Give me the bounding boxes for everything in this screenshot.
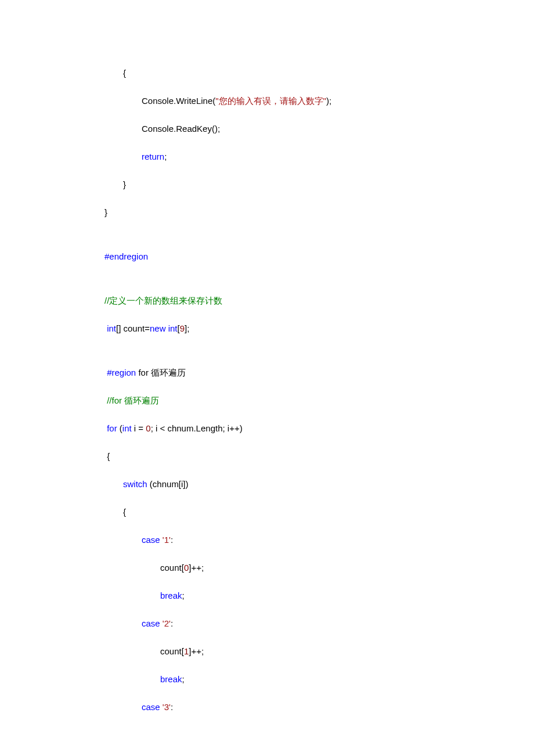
code-text: ); — [326, 96, 331, 106]
brace-close: } — [104, 207, 107, 217]
code-text: : — [171, 535, 173, 545]
code-line: { — [104, 450, 499, 462]
string-literal: '3' — [163, 702, 171, 712]
code-line: break; — [104, 589, 499, 602]
code-text: i = — [132, 423, 146, 433]
code-line: case '2': — [104, 617, 499, 629]
string-literal: '1' — [163, 535, 171, 545]
code-line: { — [104, 506, 499, 518]
keyword: case — [142, 618, 160, 628]
number-literal: 0 — [146, 423, 150, 433]
code-text: Console.ReadKey(); — [142, 124, 220, 134]
code-line: //for 循环遍历 — [104, 394, 499, 406]
code-text: for — [136, 368, 151, 377]
code-text: (chnum[i]) — [147, 479, 189, 489]
code-line: Console.ReadKey(); — [104, 123, 499, 135]
code-line: Console.WriteLine("您的输入有误，请输入数字"); — [104, 95, 499, 107]
keyword: int — [104, 323, 116, 333]
code-line: case '1': — [104, 534, 499, 546]
number-literal: 0 — [184, 563, 189, 573]
keyword: break — [160, 674, 182, 684]
string-literal: 您的输入有误，请输入数字 — [219, 96, 323, 106]
code-line: for (int i = 0; i < chnum.Length; i++) — [104, 422, 499, 434]
code-text: ; — [182, 674, 185, 684]
keyword: return — [142, 152, 164, 161]
keyword: switch — [123, 479, 147, 489]
code-line: int[] count=new int[9]; — [104, 322, 499, 334]
code-text: ; — [164, 152, 167, 161]
string-literal: '2' — [163, 618, 171, 628]
code-text: 循环遍历 — [151, 368, 186, 377]
comment: 循环遍历 — [124, 395, 159, 405]
code-line: count[0]++; — [104, 561, 499, 574]
code-page: { Console.WriteLine("您的输入有误，请输入数字"); Con… — [0, 0, 534, 756]
code-line: case '3': — [104, 701, 499, 713]
code-text: ; i < chnum.Length; i++) — [151, 423, 243, 433]
code-text: ]++; — [189, 563, 204, 573]
code-text: ; — [182, 591, 185, 600]
code-line: //定义一个新的数组来保存计数 — [104, 294, 499, 307]
brace-close: } — [123, 179, 126, 189]
comment: 定义一个新的数组来保存计数 — [109, 296, 222, 305]
keyword: new int — [150, 323, 178, 333]
keyword: break — [160, 591, 182, 600]
code-text: count[ — [160, 563, 184, 573]
code-text: Console.WriteLine( — [142, 96, 215, 106]
code-line: #region for 循环遍历 — [104, 366, 499, 379]
brace-open: { — [123, 68, 126, 78]
code-line: return; — [104, 150, 499, 163]
code-line: #endregion — [104, 250, 499, 262]
keyword: #endregion — [104, 251, 148, 261]
code-text: : — [171, 618, 173, 628]
brace-open: { — [123, 507, 126, 517]
code-text: ( — [117, 423, 122, 433]
code-text: [] count= — [116, 323, 150, 333]
code-text: : — [171, 702, 173, 712]
code-line: } — [104, 178, 499, 190]
code-text: ]; — [185, 323, 189, 333]
keyword: #region — [104, 368, 136, 377]
code-line: { — [104, 67, 499, 79]
code-line: break; — [104, 673, 499, 685]
code-text: count[ — [160, 646, 184, 656]
comment: //for — [104, 395, 124, 405]
code-line: } — [104, 206, 499, 218]
code-line: switch (chnum[i]) — [104, 478, 499, 490]
code-line: count[1]++; — [104, 645, 499, 657]
number-literal: 1 — [184, 646, 189, 656]
code-text: ]++; — [189, 646, 204, 656]
number-literal: 9 — [180, 323, 185, 333]
brace-open: { — [104, 451, 110, 461]
keyword: case — [142, 702, 160, 712]
keyword: int — [122, 423, 132, 433]
keyword: case — [142, 535, 160, 545]
keyword: for — [104, 423, 117, 433]
